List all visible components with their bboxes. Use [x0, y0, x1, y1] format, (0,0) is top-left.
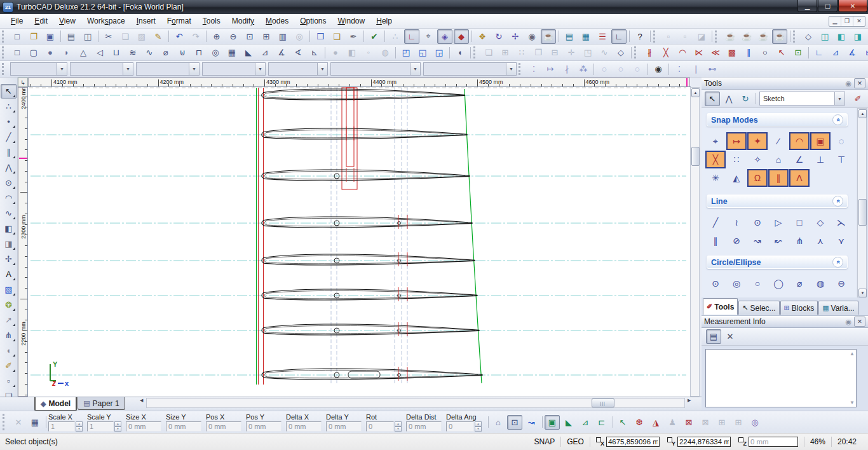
drawing-canvas[interactable]: Yzx	[28, 87, 690, 397]
collapse-chevron-icon[interactable]: «	[832, 114, 843, 125]
property-combo-5[interactable]: ▼	[268, 62, 328, 76]
mouse-entry[interactable]: ⌖	[421, 29, 436, 44]
chamfer-1[interactable]: ⊿	[828, 45, 843, 60]
close-button[interactable]: ✕	[838, 0, 867, 12]
field-input[interactable]: 1	[87, 421, 114, 432]
prism-3d[interactable]: ◁	[92, 45, 107, 60]
field-spinner[interactable]: ▲▼	[76, 421, 83, 432]
material-mode[interactable]: ◆	[454, 29, 469, 44]
snap-face[interactable]: ⌂	[768, 151, 789, 168]
snap-facet-3d[interactable]: ◭	[726, 169, 747, 187]
circle-two-point[interactable]: ○	[747, 275, 768, 292]
z-coordinate-field[interactable]	[749, 437, 798, 447]
line-polygon-vertex[interactable]: ▷	[768, 214, 789, 231]
measurement-close-button[interactable]: ✕	[722, 329, 738, 344]
measurement-list-button[interactable]: ▤	[706, 329, 721, 344]
workplane-world[interactable]: ▣	[545, 415, 560, 430]
property-combo-3[interactable]: ▼	[136, 62, 200, 76]
circle-concentric[interactable]: ◎	[726, 275, 747, 292]
scatter-snap[interactable]: ⁂	[576, 62, 591, 76]
select-tool[interactable]: ↖	[1, 84, 17, 99]
collapse-chevron-icon[interactable]: «	[832, 196, 843, 207]
spline-tool[interactable]: ∿	[1, 206, 17, 221]
palette-tab-blocks[interactable]: ⊞Blocks	[780, 301, 818, 315]
cut[interactable]: ✂	[101, 29, 116, 44]
snap-angle[interactable]: Λ	[789, 169, 810, 187]
wireframe-mode[interactable]: ◈	[437, 29, 452, 44]
line-rectangle[interactable]: □	[789, 214, 810, 231]
node-edit-tool[interactable]: ∴	[1, 99, 17, 114]
chevron-down-icon[interactable]: ▼	[57, 63, 67, 75]
menu-insert[interactable]: Insert	[131, 15, 161, 27]
line-rotated-rectangle[interactable]: ◇	[810, 214, 831, 231]
context-help[interactable]: ?	[632, 29, 648, 44]
sheet-tab-model[interactable]: ◈Model	[34, 397, 77, 411]
open-file[interactable]: ❐	[26, 29, 41, 44]
horizontal-ruler[interactable]: 4100 mm4200 mm4300 mm4400 mm4500 mm4600 …	[28, 78, 690, 87]
workplane-by-cp[interactable]: ⊿	[578, 415, 593, 430]
chamfer-2[interactable]: ∡	[844, 45, 860, 60]
workplane-by-facet[interactable]: ⊏	[594, 415, 609, 430]
image-tool-2[interactable]: ▦	[578, 29, 593, 44]
canvas-vertical-scrollbar[interactable]: ▲	[690, 87, 700, 397]
chevron-down-icon[interactable]: ▼	[317, 63, 327, 75]
palette-tab-tools[interactable]: ✐Tools	[703, 298, 738, 315]
panel-scroll-up-button[interactable]: ▲	[858, 109, 867, 118]
y-coordinate-field[interactable]	[677, 437, 731, 447]
property-combo-7[interactable]: ▼	[423, 62, 517, 76]
offset-lines[interactable]: ≪	[708, 45, 723, 60]
ortho-mode[interactable]: ∟	[404, 29, 419, 44]
menu-workspace[interactable]: Workspace	[81, 15, 131, 27]
boolean-union[interactable]: ◰	[398, 45, 414, 60]
print-preview[interactable]: ◫	[80, 29, 95, 44]
ucs-home[interactable]: ⌂	[491, 415, 506, 430]
insert-file[interactable]: ❑	[329, 29, 344, 44]
workplane-by-wp[interactable]: ◣	[561, 415, 576, 430]
cylinder-3d[interactable]: ⊔	[109, 45, 124, 60]
line-tool[interactable]: ╱	[1, 130, 17, 144]
panel-scroll-down-button[interactable]: ▼	[858, 289, 867, 297]
circle-three-point[interactable]: ◯	[768, 275, 789, 292]
dot-pair-snap[interactable]: ⁚	[672, 62, 687, 76]
arc-3d[interactable]: ∢	[290, 45, 306, 60]
surface-tool[interactable]: ◖	[1, 343, 17, 358]
mdi-minimize-button[interactable]: ▁	[829, 17, 841, 26]
chevron-down-icon[interactable]: ▼	[123, 63, 133, 75]
field-input[interactable]: 0 mm	[326, 421, 362, 432]
pin-icon[interactable]: ◉	[845, 318, 851, 326]
field-input[interactable]: 0 mm	[406, 421, 442, 432]
vertical-ruler[interactable]: 2400 mm2300 mm2200 mm	[18, 87, 28, 397]
ruler-corner-button[interactable]: ↳	[18, 78, 28, 87]
zoom-out[interactable]: ⊖	[226, 29, 241, 44]
save[interactable]: ▣	[43, 29, 58, 44]
menu-options[interactable]: Options	[294, 15, 332, 27]
sheet-tab-paper1[interactable]: ▤Paper 1	[78, 397, 125, 410]
double-line[interactable]: ∥	[741, 45, 756, 60]
line-tangent-from-arc[interactable]: ↝	[747, 232, 768, 250]
snap-magnetic-point[interactable]: ✦	[747, 132, 768, 150]
zoom-region-tool[interactable]: ❂	[1, 297, 17, 312]
field-input[interactable]: 0	[366, 421, 394, 432]
line-normal-to-arc[interactable]: ⋔	[789, 232, 810, 250]
maximize-button[interactable]: ▢	[818, 0, 837, 12]
wedge-3d[interactable]: ◣	[241, 45, 256, 60]
snap-toggle[interactable]: ⌖	[705, 132, 726, 150]
render-quality-2[interactable]: ☕	[739, 29, 754, 44]
circle-tangent-line[interactable]: ⌀	[789, 275, 810, 292]
circle-modify[interactable]: ○	[757, 45, 773, 60]
canvas-horizontal-scrollbar[interactable]: |||	[146, 398, 685, 408]
slice-3d[interactable]: ◖	[452, 45, 468, 60]
snap-horizontal[interactable]: ⊤	[831, 151, 851, 168]
line-branch[interactable]: ⋎	[831, 232, 851, 250]
line-polyline[interactable]: ≀	[726, 214, 747, 231]
box-tool[interactable]: ◧	[1, 221, 17, 236]
curve-handles[interactable]: ↝	[524, 415, 539, 430]
dash-circle-snap-1[interactable]: ◌	[597, 62, 612, 76]
undo[interactable]: ↶	[172, 29, 187, 44]
vertical-point-snap[interactable]: ∤	[559, 62, 574, 76]
hemisphere-3d[interactable]: ◗	[59, 45, 74, 60]
t-meet[interactable]: ⋉	[691, 45, 707, 60]
menu-modes[interactable]: Modes	[260, 15, 294, 27]
explode-tool[interactable]: ❆	[632, 415, 647, 430]
spell-check[interactable]: ✔	[367, 29, 382, 44]
